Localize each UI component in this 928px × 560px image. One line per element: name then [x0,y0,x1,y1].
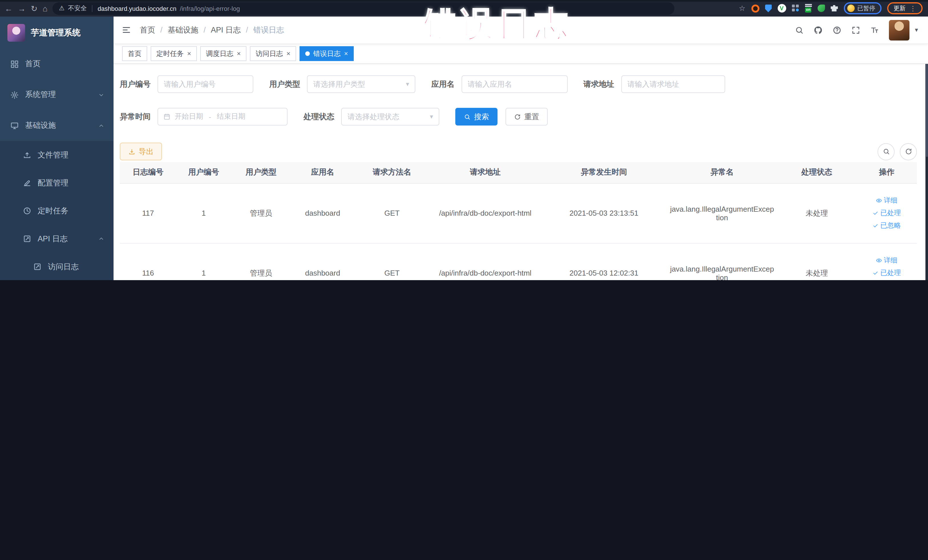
address-divider [92,5,92,12]
search-icon[interactable] [795,25,804,35]
filter-user-id: 用户编号 [120,75,253,93]
time-cell: 2021-05-03 12:02:31 [541,243,667,280]
github-icon[interactable] [814,25,823,35]
fullscreen-icon[interactable] [852,25,861,35]
sidebar-item-2[interactable]: 基础设施 [0,110,113,141]
sidebar-item-1[interactable]: 系统管理 [0,79,113,110]
action-processed-link[interactable]: 已处理 [872,268,901,278]
address-bar[interactable]: ⚠ 不安全 dashboard.yudao.iocoder.cn /infra/… [52,2,675,15]
filter-row-2: 异常时间 开始日期 - 结束日期 处理状态 请选择处理状态 ▾ [120,108,917,125]
user-type-cell: 管理员 [231,183,291,243]
tab-label: 访问日志 [256,49,283,58]
app-name-cell: dashboard [291,243,354,280]
action-label: 已忽略 [881,221,901,230]
paused-extension-badge[interactable]: 已暂停 [844,2,882,14]
user-avatar[interactable] [889,20,910,40]
sidebar-item-7[interactable]: 访问日志 [0,253,113,280]
tab-label: 定时任务 [156,49,184,58]
sidebar-item-6[interactable]: API 日志 [0,225,113,253]
sidebar-item-4[interactable]: 配置管理 [0,169,113,197]
close-icon[interactable]: × [237,50,241,57]
browser-reload-icon[interactable]: ↻ [31,4,37,12]
process-status-select[interactable]: 请选择处理状态 ▾ [341,108,439,125]
action-label: 详细 [884,256,897,265]
upload-icon [23,151,31,159]
extension-orange-icon[interactable] [751,4,759,12]
screen: ← → ↻ ⌂ ⚠ 不安全 dashboard.yudao.iocoder.cn… [0,0,928,280]
search-button[interactable]: 搜索 [455,108,498,125]
table-row: 1161管理员dashboardGET/api/infra/db-doc/exp… [120,243,917,280]
tab-3[interactable]: 访问日志× [250,46,296,61]
chevron-down-icon [98,92,104,98]
tab-2[interactable]: 调度日志× [200,46,246,61]
sidebar-item-label: 基础设施 [25,121,56,131]
status-cell: 未处理 [777,183,856,243]
download-icon [128,148,135,155]
action-label: 已处理 [881,208,901,218]
browser-home-icon[interactable]: ⌂ [43,4,47,12]
extension-v-icon[interactable]: V [777,4,786,12]
action-detail-link[interactable]: 详细 [876,256,897,265]
chevron-down-icon[interactable]: ▾ [915,26,918,34]
breadcrumb: 首页/基础设施/API 日志/错误日志 [140,25,284,35]
help-icon[interactable] [833,25,842,35]
export-button-label: 导出 [139,146,154,157]
column-header-1: 用户编号 [176,162,231,183]
navbar-actions: ▾ [795,20,918,40]
sidebar-item-0[interactable]: 首页 [0,49,113,79]
app-logo[interactable]: 芋道管理系统 [0,17,113,49]
check-icon [872,270,879,276]
extensions-puzzle-icon[interactable] [830,5,838,12]
browser-forward-icon[interactable]: → [18,4,26,12]
chevron-down-icon: ▾ [406,81,409,88]
browser-update-menu[interactable]: 更新 ⋮ [887,2,923,14]
app-name-label: 应用名 [431,79,455,89]
breadcrumb-separator: / [160,26,163,34]
action-ignored-link[interactable]: 已忽略 [872,221,901,230]
breadcrumb-separator: / [204,26,206,34]
close-icon[interactable]: × [286,50,290,57]
breadcrumb-item-2[interactable]: API 日志 [211,25,241,35]
tab-4[interactable]: 错误日志× [299,46,354,61]
column-header-5: 请求地址 [430,162,541,183]
table-tools [878,143,917,160]
browser-back-icon[interactable]: ← [5,4,12,12]
app-name-input[interactable] [461,75,568,93]
action-label: 详细 [884,196,897,205]
sidebar-item-label: API 日志 [38,233,68,244]
action-detail-link[interactable]: 详细 [876,196,897,205]
breadcrumb-item-1[interactable]: 基础设施 [168,25,198,35]
user-id-cell: 1 [176,243,231,280]
font-size-icon[interactable] [870,25,879,35]
bookmark-star-icon[interactable]: ☆ [739,4,745,12]
exception-time-label: 异常时间 [120,111,151,122]
refresh-table-button[interactable] [900,143,917,160]
tab-1[interactable]: 定时任务× [151,46,197,61]
breadcrumb-item-0[interactable]: 首页 [140,25,155,35]
user-id-cell: 1 [176,183,231,243]
sidebar-item-5[interactable]: 定时任务 [0,197,113,225]
action-processed-link[interactable]: 已处理 [872,208,901,218]
user-type-select[interactable]: 请选择用户类型 ▾ [307,75,415,93]
extension-leaf-icon[interactable] [817,5,825,12]
filter-row-1: 用户编号 用户类型 请选择用户类型 ▾ 应用名 [120,75,917,93]
sidebar-item-3[interactable]: 文件管理 [0,141,113,169]
url-cell: /api/infra/db-doc/export-html [430,183,541,243]
close-icon[interactable]: × [344,50,348,57]
request-url-input[interactable] [621,75,725,93]
url-path: /infra/log/api-error-log [180,5,240,12]
extension-grid-icon[interactable] [792,5,799,12]
hamburger-icon[interactable] [122,25,131,35]
user-id-input[interactable] [157,75,253,93]
extension-on-badge: on [805,8,812,12]
filter-user-type: 用户类型 请选择用户类型 ▾ [269,75,415,93]
tab-0[interactable]: 首页 [122,46,147,61]
toggle-search-button[interactable] [878,143,894,160]
close-icon[interactable]: × [187,50,191,57]
export-button[interactable]: 导出 [120,143,162,160]
extension-switch-icon[interactable]: on [805,4,812,12]
reset-button-label: 重置 [524,111,539,122]
reset-button[interactable]: 重置 [505,108,548,125]
extension-shield-icon[interactable] [765,4,772,12]
date-range-picker[interactable]: 开始日期 - 结束日期 [157,108,288,125]
